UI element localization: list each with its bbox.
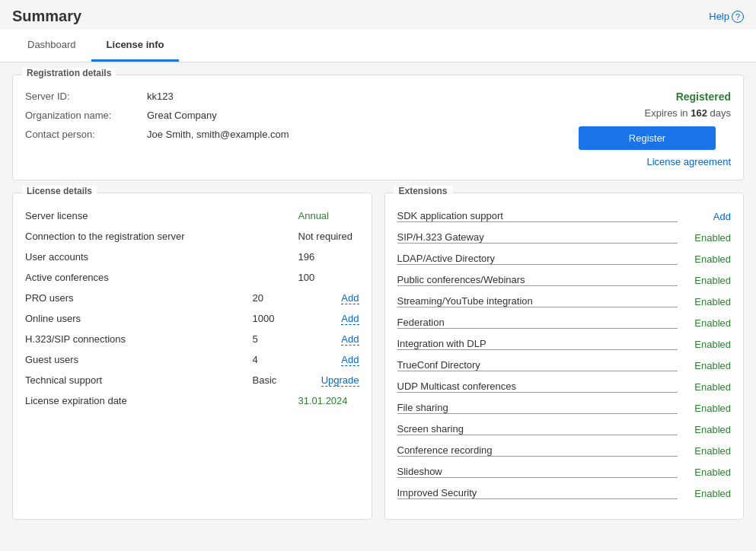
server-id-row: Server ID: kk123 [25, 91, 579, 102]
extension-row: Screen sharingEnabled [397, 422, 732, 437]
license-detail-action: Add [314, 313, 359, 324]
org-name-value: Great Company [147, 110, 217, 121]
license-detail-value: 196 [298, 251, 359, 263]
license-detail-value: 5 [253, 333, 314, 345]
license-detail-label: H.323/SIP connections [25, 333, 253, 345]
extension-status: Enabled [678, 424, 731, 435]
extension-add-link[interactable]: Add [678, 211, 731, 222]
org-name-row: Organization name: Great Company [25, 110, 579, 121]
license-detail-label: Connection to the registration server [25, 231, 298, 242]
extension-label: Conference recording [397, 444, 678, 457]
license-detail-row: Connection to the registration serverNot… [25, 229, 359, 244]
extension-status: Enabled [678, 360, 731, 371]
extension-label: Screen sharing [397, 423, 678, 435]
registration-actions: Registered Expires in 162 days Register … [579, 91, 731, 167]
extension-label: Public conferences/Webinars [397, 274, 678, 286]
license-detail-row: Active conferences100 [25, 270, 359, 285]
extension-label: Federation [397, 317, 678, 329]
help-icon: ? [732, 11, 744, 23]
extension-label: Streaming/YouTube integration [397, 295, 678, 307]
extension-status: Enabled [678, 488, 731, 499]
license-detail-label: Online users [25, 313, 253, 324]
help-label: Help [709, 11, 729, 22]
license-detail-value: 4 [253, 354, 314, 365]
license-detail-row: PRO users20Add [25, 291, 359, 305]
page-header: Summary Help ? [0, 0, 756, 30]
license-action-link[interactable]: Add [341, 354, 359, 366]
server-id-value: kk123 [147, 91, 174, 102]
license-action-link[interactable]: Add [341, 333, 359, 346]
license-detail-row: License expiration date31.01.2024 [25, 393, 359, 408]
license-detail-action: Add [314, 292, 359, 304]
extension-row: SlideshowEnabled [397, 464, 732, 479]
license-agreement-link[interactable]: License agreement [646, 156, 731, 167]
extension-status: Enabled [678, 296, 731, 307]
extension-row: Public conferences/WebinarsEnabled [397, 272, 732, 288]
license-detail-value: Not required [298, 231, 359, 242]
expires-suffix: days [707, 107, 731, 119]
contact-row: Contact person: Joe Smith, smith@example… [25, 129, 579, 140]
tab-license-info[interactable]: License info [91, 30, 180, 62]
extension-row: Streaming/YouTube integrationEnabled [397, 294, 732, 309]
extension-row: TrueConf DirectoryEnabled [397, 358, 732, 373]
extension-row: SDK application supportAdd [397, 209, 732, 224]
license-detail-value: 1000 [253, 313, 314, 324]
help-link[interactable]: Help ? [709, 11, 744, 23]
extension-label: LDAP/Active Directory [397, 253, 678, 265]
license-action-link[interactable]: Add [341, 292, 359, 304]
extension-status: Enabled [678, 339, 731, 350]
license-detail-value: Annual [298, 210, 359, 221]
extension-row: Improved SecurityEnabled [397, 486, 732, 501]
expires-text: Expires in 162 days [579, 107, 731, 119]
license-details-content: Server licenseAnnualConnection to the re… [13, 193, 372, 426]
license-detail-row: Guest users4Add [25, 352, 359, 367]
license-detail-row: Online users1000Add [25, 311, 359, 326]
extension-label: SIP/H.323 Gateway [397, 231, 678, 244]
expires-days: 162 [691, 107, 707, 119]
license-detail-action: Add [314, 333, 359, 345]
license-detail-row: User accounts196 [25, 250, 359, 264]
extension-label: Integration with DLP [397, 338, 678, 350]
extension-label: Slideshow [397, 466, 678, 478]
license-action-link[interactable]: Add [341, 313, 359, 325]
registration-section-title: Registration details [22, 68, 116, 78]
license-detail-label: User accounts [25, 251, 298, 263]
contact-value: Joe Smith, smith@example.com [147, 129, 289, 140]
license-detail-value: 20 [253, 292, 314, 304]
extension-status: Enabled [678, 253, 731, 265]
license-detail-row: H.323/SIP connections5Add [25, 332, 359, 346]
page-title: Summary [12, 8, 81, 25]
two-col-section: License details Server licenseAnnualConn… [12, 193, 744, 532]
contact-label: Contact person: [25, 129, 147, 140]
extension-row: Integration with DLPEnabled [397, 336, 732, 352]
extension-status: Enabled [678, 275, 731, 286]
license-detail-row: Technical supportBasicUpgrade [25, 373, 359, 387]
extension-label: UDP Multicast conferences [397, 381, 678, 393]
license-detail-label: Technical support [25, 374, 253, 386]
extension-label: SDK application support [397, 210, 678, 222]
license-detail-value: Basic [253, 374, 314, 386]
license-detail-label: Server license [25, 210, 298, 221]
license-detail-row: Server licenseAnnual [25, 209, 359, 223]
license-detail-label: Active conferences [25, 272, 298, 283]
license-details-title: License details [22, 186, 97, 196]
license-detail-value: 100 [298, 272, 359, 283]
tabs-bar: Dashboard License info [0, 30, 756, 62]
extension-row: SIP/H.323 GatewayEnabled [397, 230, 732, 245]
extensions-content: SDK application supportAddSIP/H.323 Gate… [385, 193, 744, 519]
registration-status: Registered [579, 91, 731, 103]
org-name-label: Organization name: [25, 110, 147, 121]
expires-prefix: Expires in [645, 107, 691, 119]
register-button[interactable]: Register [579, 126, 716, 150]
extension-row: FederationEnabled [397, 315, 732, 330]
main-content: Registration details Server ID: kk123 Or… [0, 62, 756, 544]
extension-status: Enabled [678, 381, 731, 393]
extension-row: LDAP/Active DirectoryEnabled [397, 251, 732, 266]
extensions-section: Extensions SDK application supportAddSIP… [384, 193, 745, 520]
tab-dashboard[interactable]: Dashboard [12, 30, 91, 62]
license-action-link[interactable]: Upgrade [321, 374, 359, 387]
extension-status: Enabled [678, 232, 731, 244]
server-id-label: Server ID: [25, 91, 147, 102]
license-detail-action: Add [314, 354, 359, 365]
registration-content: Server ID: kk123 Organization name: Grea… [13, 75, 743, 180]
